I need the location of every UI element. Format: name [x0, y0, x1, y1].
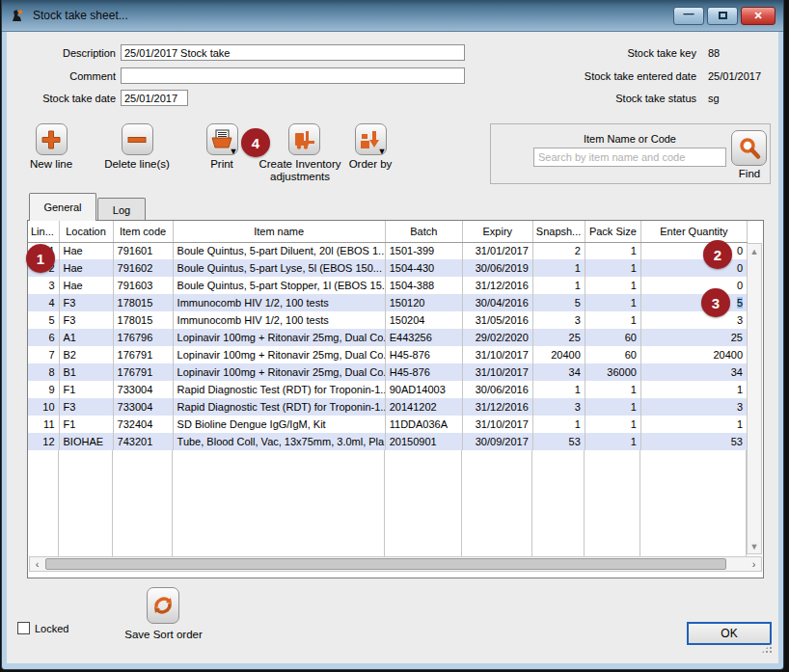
cell-location[interactable]: Hae	[59, 242, 113, 259]
cell-location[interactable]: F1	[59, 381, 113, 398]
scroll-left-icon[interactable]: ‹	[30, 557, 44, 571]
cell-location[interactable]: F3	[59, 398, 113, 416]
save-sort-order-button[interactable]	[147, 587, 179, 624]
cell-batch[interactable]: 20150901	[385, 433, 462, 450]
table-row[interactable]: 5F3178015Immunocomb HIV 1/2, 100 tests15…	[28, 311, 748, 329]
cell-batch[interactable]: 1504-430	[385, 259, 462, 277]
locked-checkbox-row[interactable]: Locked	[17, 622, 68, 634]
cell-line[interactable]: 10	[28, 398, 59, 416]
column-header-expiry[interactable]: Expiry	[462, 221, 532, 242]
locked-checkbox[interactable]	[17, 622, 30, 634]
cell-pack_size[interactable]: 1	[585, 433, 640, 450]
cell-line[interactable]: 9	[28, 381, 59, 398]
cell-batch[interactable]: 20141202	[385, 398, 462, 416]
comment-input[interactable]	[121, 67, 465, 84]
scroll-up-icon[interactable]: ▲	[748, 244, 761, 258]
column-header-item_code[interactable]: Item code	[113, 221, 173, 242]
cell-item_name[interactable]: Rapid Diagnostic Test (RDT) for Troponin…	[173, 381, 385, 398]
cell-enter_qty[interactable]: 0	[640, 259, 747, 277]
cell-snapshot[interactable]: 1	[532, 259, 585, 277]
cell-item_code[interactable]: 743201	[113, 433, 173, 450]
horizontal-scrollbar[interactable]: ‹ ›	[29, 556, 762, 572]
horizontal-scroll-thumb[interactable]	[45, 558, 726, 570]
cell-item_name[interactable]: Tube, Blood Coll, Vac, 13x75mm, 3.0ml, P…	[173, 433, 385, 450]
cell-pack_size[interactable]: 1	[585, 416, 640, 433]
cell-item_code[interactable]: 176796	[113, 329, 173, 346]
cell-item_code[interactable]: 733004	[113, 398, 173, 416]
table-row[interactable]: 12BIOHAE743201Tube, Blood Coll, Vac, 13x…	[28, 433, 748, 450]
cell-line[interactable]: 4	[28, 294, 59, 311]
cell-location[interactable]: F1	[59, 416, 113, 433]
table-row[interactable]: 4F3178015Immunocomb HIV 1/2, 100 tests15…	[28, 294, 748, 311]
cell-enter_qty[interactable]: 3	[640, 398, 747, 416]
cell-line[interactable]: 7	[28, 346, 59, 363]
column-header-pack_size[interactable]: Pack Size	[585, 221, 640, 242]
tab-general[interactable]: General	[29, 193, 96, 221]
cell-snapshot[interactable]: 2	[532, 242, 585, 259]
description-input[interactable]	[121, 44, 465, 61]
table-header-row[interactable]: Lin...LocationItem codeItem nameBatchExp…	[28, 221, 748, 242]
cell-expiry[interactable]: 31/10/2017	[462, 346, 532, 363]
cell-pack_size[interactable]: 1	[585, 259, 640, 277]
cell-pack_size[interactable]: 36000	[585, 363, 640, 381]
cell-snapshot[interactable]: 1	[532, 277, 585, 294]
cell-pack_size[interactable]: 60	[585, 346, 640, 363]
cell-expiry[interactable]: 31/10/2017	[462, 363, 532, 381]
cell-snapshot[interactable]: 25	[532, 329, 585, 346]
cell-snapshot[interactable]: 1	[532, 381, 585, 398]
cell-line[interactable]: 8	[28, 363, 59, 381]
cell-batch[interactable]: H45-876	[385, 346, 462, 363]
cell-line[interactable]: 6	[28, 329, 59, 346]
cell-snapshot[interactable]: 3	[532, 311, 585, 329]
cell-pack_size[interactable]: 1	[585, 311, 640, 329]
cell-location[interactable]: BIOHAE	[59, 433, 113, 450]
table-row[interactable]: 10F3733004Rapid Diagnostic Test (RDT) fo…	[28, 398, 748, 416]
cell-item_name[interactable]: Boule Quintus, 5-part Lyse, 5l (EBOS 150…	[173, 259, 385, 277]
cell-item_name[interactable]: Boule Quintus, 5-part Stopper, 1l (EBOS …	[173, 277, 385, 294]
cell-item_name[interactable]: Lopinavir 100mg + Ritonavir 25mg, Dual C…	[173, 329, 385, 346]
cell-snapshot[interactable]: 20400	[532, 346, 585, 363]
cell-enter_qty[interactable]: 1	[640, 416, 747, 433]
cell-enter_qty[interactable]: 1	[640, 381, 747, 398]
cell-location[interactable]: F3	[59, 294, 113, 311]
cell-snapshot[interactable]: 1	[532, 416, 585, 433]
cell-item_code[interactable]: 178015	[113, 294, 173, 311]
cell-batch[interactable]: 1504-388	[385, 277, 462, 294]
cell-line[interactable]: 5	[28, 311, 59, 329]
cell-pack_size[interactable]: 1	[585, 242, 640, 259]
cell-enter_qty[interactable]: 25	[640, 329, 747, 346]
tab-log[interactable]: Log	[97, 198, 146, 221]
column-header-batch[interactable]: Batch	[385, 221, 462, 242]
cell-location[interactable]: Hae	[59, 259, 113, 277]
cell-pack_size[interactable]: 60	[585, 329, 640, 346]
cell-expiry[interactable]: 29/02/2020	[462, 329, 532, 346]
column-header-snapshot[interactable]: Snapsh...	[532, 221, 585, 242]
column-header-item_name[interactable]: Item name	[173, 221, 385, 242]
table-row[interactable]: 1Hae791601Boule Quintus, 5-part Diluent,…	[28, 242, 748, 259]
scroll-down-icon[interactable]: ▼	[748, 539, 761, 553]
cell-expiry[interactable]: 31/10/2017	[462, 416, 532, 433]
table-row[interactable]: 11F1732404SD Bioline Dengue IgG/IgM, Kit…	[28, 416, 748, 433]
cell-pack_size[interactable]: 1	[585, 398, 640, 416]
cell-item_code[interactable]: 176791	[113, 346, 173, 363]
cell-location[interactable]: A1	[59, 329, 113, 346]
scroll-right-icon[interactable]: ›	[747, 557, 761, 571]
cell-snapshot[interactable]: 5	[532, 294, 585, 311]
cell-line[interactable]: 12	[28, 433, 59, 450]
cell-expiry[interactable]: 30/04/2016	[462, 294, 532, 311]
cell-expiry[interactable]: 30/06/2019	[462, 259, 532, 277]
cell-item_name[interactable]: Lopinavir 100mg + Ritonavir 25mg, Dual C…	[173, 363, 385, 381]
cell-line[interactable]: 11	[28, 416, 59, 433]
cell-location[interactable]: F3	[59, 311, 113, 329]
item-search-input[interactable]	[533, 148, 726, 167]
column-header-enter_qty[interactable]: Enter Quantity	[640, 221, 747, 242]
cell-enter_qty[interactable]: 5	[640, 294, 747, 311]
cell-enter_qty[interactable]: 34	[640, 363, 747, 381]
cell-batch[interactable]: 150120	[385, 294, 462, 311]
cell-batch[interactable]: H45-876	[385, 363, 462, 381]
maximize-button[interactable]	[707, 7, 738, 25]
minimize-button[interactable]: —	[673, 7, 704, 25]
cell-location[interactable]: B1	[59, 363, 113, 381]
cell-expiry[interactable]: 31/01/2017	[462, 242, 532, 259]
delete-lines-button[interactable]: Delete line(s)	[98, 123, 176, 171]
